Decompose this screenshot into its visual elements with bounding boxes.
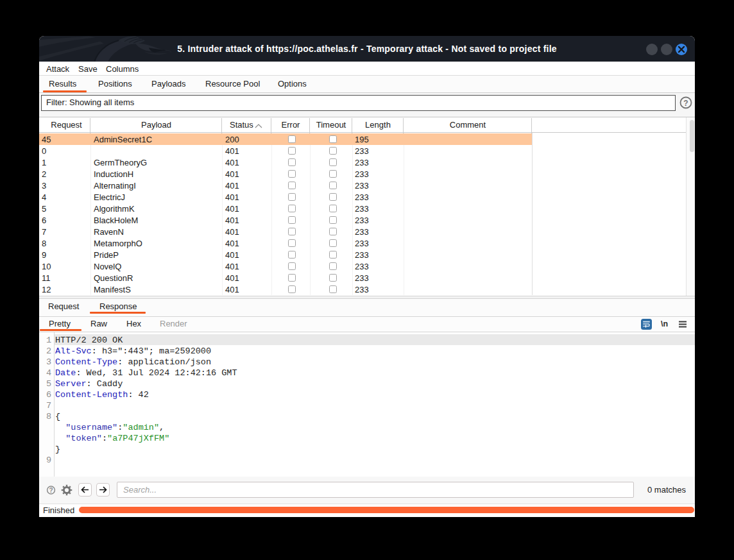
svg-text:?: ? (49, 487, 53, 494)
svg-text:?: ? (683, 99, 688, 108)
